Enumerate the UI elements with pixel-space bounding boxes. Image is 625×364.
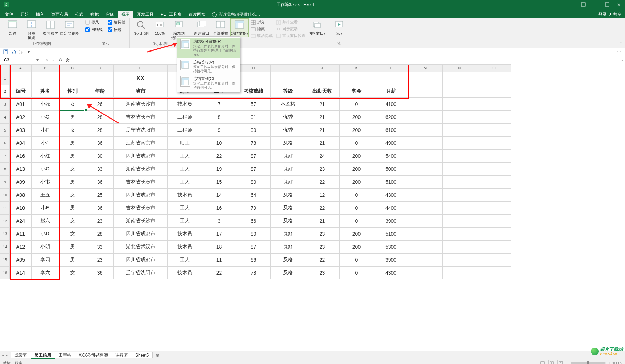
cell[interactable]: 0 <box>340 267 374 279</box>
cell[interactable]: 良好 <box>271 241 305 254</box>
cell[interactable]: 23 <box>305 241 340 254</box>
row-header[interactable]: 11 <box>0 202 10 215</box>
cell[interactable]: 湖南省长沙市 <box>114 163 168 176</box>
cell[interactable]: 小F <box>32 124 59 137</box>
cell[interactable]: 四川省成都市 <box>114 254 168 267</box>
cell[interactable]: 90 <box>236 124 271 137</box>
cell[interactable] <box>271 72 305 85</box>
cell[interactable] <box>59 72 86 85</box>
cell[interactable] <box>477 111 511 124</box>
cell[interactable]: 编号 <box>10 85 32 98</box>
cell[interactable]: 四川省成都市 <box>114 150 168 163</box>
cell[interactable]: 女 <box>59 228 86 241</box>
cell[interactable]: 不及格 <box>271 98 305 111</box>
cell[interactable] <box>477 189 511 202</box>
cell[interactable]: 四川省成都市 <box>114 189 168 202</box>
cell[interactable]: A08 <box>10 189 32 202</box>
cell[interactable]: 12 <box>305 189 340 202</box>
cell[interactable] <box>477 267 511 279</box>
cell[interactable]: 工人 <box>168 215 202 228</box>
cell[interactable]: 工程师 <box>168 124 202 137</box>
cell[interactable]: 8 <box>202 111 236 124</box>
cell[interactable] <box>477 137 511 150</box>
cell[interactable]: 23 <box>305 163 340 176</box>
cell[interactable]: 四川省成都市 <box>114 228 168 241</box>
cell[interactable]: 3 <box>202 215 236 228</box>
cell[interactable] <box>408 228 443 241</box>
cell[interactable]: 18 <box>202 241 236 254</box>
cell[interactable]: 技术员 <box>168 189 202 202</box>
row-header[interactable]: 10 <box>0 189 10 202</box>
cell[interactable]: 79 <box>236 202 271 215</box>
cell[interactable]: 月薪 <box>374 85 408 98</box>
sheet-tab[interactable]: 田字格 <box>55 352 75 358</box>
cell[interactable] <box>443 124 477 137</box>
cell[interactable]: 78 <box>236 267 271 279</box>
undo-icon[interactable] <box>11 49 16 55</box>
zoom-slider[interactable] <box>571 362 606 364</box>
cell[interactable]: 小G <box>32 111 59 124</box>
cancel-formula-icon[interactable]: ✕ <box>43 58 50 62</box>
formula-input[interactable] <box>64 57 619 63</box>
cell[interactable]: 200 <box>340 111 374 124</box>
cell[interactable]: 5100 <box>374 228 408 241</box>
cell[interactable] <box>477 176 511 189</box>
cell[interactable] <box>443 98 477 111</box>
cell[interactable]: 小韦 <box>32 176 59 189</box>
cell[interactable] <box>477 228 511 241</box>
formula-bar-checkbox[interactable]: 编辑栏 <box>108 20 125 25</box>
row-header[interactable]: 7 <box>0 150 10 163</box>
zoom-button[interactable]: 显示比例 <box>132 18 150 36</box>
ribbon-tab[interactable]: 插入 <box>32 11 48 18</box>
row-header[interactable]: 8 <box>0 163 10 176</box>
cell[interactable] <box>408 85 443 98</box>
ribbon-tab[interactable]: 数据 <box>87 11 102 18</box>
cell[interactable]: A05 <box>10 254 32 267</box>
cell[interactable]: 0 <box>340 254 374 267</box>
cell[interactable]: 23 <box>305 228 340 241</box>
cell[interactable]: 小明 <box>32 241 59 254</box>
cell[interactable] <box>443 137 477 150</box>
cell[interactable]: 28 <box>86 124 114 137</box>
cell[interactable]: 30 <box>86 150 114 163</box>
cell[interactable]: A02 <box>10 111 32 124</box>
cell[interactable]: 14 <box>202 189 236 202</box>
cell[interactable]: 6200 <box>374 111 408 124</box>
cell[interactable] <box>443 241 477 254</box>
column-header[interactable]: I <box>271 65 305 72</box>
cell[interactable]: 23 <box>86 254 114 267</box>
sheet-tab[interactable]: 课程表 <box>112 352 132 358</box>
cell[interactable] <box>408 254 443 267</box>
cell[interactable]: 及格 <box>271 215 305 228</box>
cell[interactable] <box>443 215 477 228</box>
cell[interactable]: 36 <box>86 267 114 279</box>
ribbon-tab[interactable]: 视图 <box>118 11 133 18</box>
cell[interactable]: 小D <box>32 228 59 241</box>
cell[interactable]: 7 <box>202 98 236 111</box>
cell[interactable]: 22 <box>305 254 340 267</box>
cell[interactable]: 87 <box>236 241 271 254</box>
cell[interactable] <box>408 241 443 254</box>
cell[interactable] <box>443 202 477 215</box>
cell[interactable]: 22 <box>202 150 236 163</box>
save-icon[interactable] <box>3 49 8 55</box>
cell[interactable]: 辽宁省沈阳市 <box>114 124 168 137</box>
cell[interactable] <box>477 150 511 163</box>
cell[interactable]: A11 <box>10 228 32 241</box>
custom-views-button[interactable]: 自定义视图 <box>60 18 79 36</box>
cell[interactable]: 91 <box>236 111 271 124</box>
cell[interactable]: 33 <box>86 241 114 254</box>
zoom-out-icon[interactable]: − <box>566 361 569 364</box>
cell[interactable]: 出勤天数 <box>305 85 340 98</box>
arrange-all-button[interactable]: 全部重排 <box>211 18 230 36</box>
cell[interactable] <box>408 176 443 189</box>
cell[interactable]: 21 <box>305 124 340 137</box>
cell[interactable]: 9 <box>202 124 236 137</box>
cell[interactable]: 及格 <box>271 254 305 267</box>
cell[interactable]: 及格 <box>271 137 305 150</box>
ribbon-tab[interactable]: 审阅 <box>102 11 118 18</box>
cell[interactable]: 良好 <box>271 176 305 189</box>
cell[interactable]: 4900 <box>374 137 408 150</box>
cell[interactable] <box>374 72 408 85</box>
cell[interactable] <box>408 124 443 137</box>
